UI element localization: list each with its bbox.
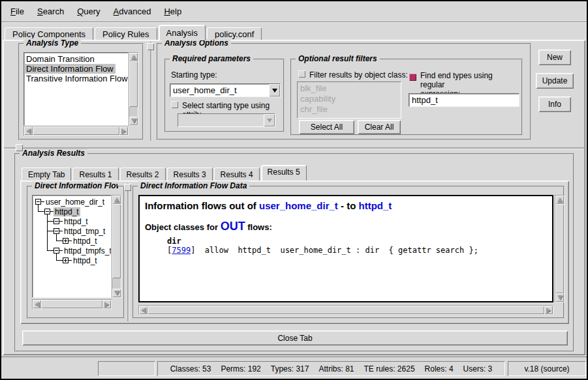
info-button[interactable]: Info bbox=[538, 96, 571, 112]
flow-tree-canvas[interactable]: user_home_dir_thttpd_thttpd_thttpd_tmp_t… bbox=[32, 195, 112, 298]
policy-stat: Types: 317 bbox=[271, 364, 309, 373]
close-tab-button[interactable]: Close Tab bbox=[22, 330, 568, 345]
apol-window: FileSearchQueryAdvancedHelp Policy Compo… bbox=[0, 0, 588, 380]
new-button[interactable]: New bbox=[538, 50, 571, 65]
attrib-combobox bbox=[178, 113, 275, 127]
minus-box-icon[interactable] bbox=[44, 209, 50, 214]
tree-vscrollbar[interactable] bbox=[112, 195, 121, 298]
select-all-button[interactable]: Select All bbox=[299, 120, 354, 134]
minus-box-icon[interactable] bbox=[54, 228, 59, 234]
scroll-down-icon[interactable] bbox=[555, 293, 564, 302]
pane-sash-horizontal[interactable] bbox=[4, 147, 584, 149]
main-tab[interactable]: Analysis bbox=[159, 25, 206, 40]
regex-checkbox[interactable] bbox=[409, 74, 416, 81]
scrollbar-thumb[interactable] bbox=[41, 300, 102, 308]
data-hscrollbar[interactable] bbox=[138, 305, 553, 315]
scroll-down-icon[interactable] bbox=[112, 289, 121, 297]
scrollbar-thumb[interactable] bbox=[555, 204, 564, 293]
menu-item[interactable]: Search bbox=[31, 3, 70, 20]
filter-checkbox-row[interactable]: Filter results by object class: bbox=[298, 70, 408, 80]
tree-node[interactable]: httpd_tmp_t bbox=[63, 227, 106, 236]
menu-item[interactable]: File bbox=[4, 3, 31, 20]
analysis-type-option[interactable]: Transitive Information Flow bbox=[24, 74, 129, 83]
source-type: user_home_dir_t bbox=[259, 200, 338, 211]
policy-stat: Classes: 53 bbox=[170, 364, 211, 373]
menu-item[interactable]: Help bbox=[157, 3, 188, 20]
results-tab[interactable]: Results 5 bbox=[261, 165, 307, 181]
scrollbar-thumb[interactable] bbox=[147, 306, 544, 314]
starting-type-value[interactable]: user_home_dir_t bbox=[170, 83, 281, 97]
tree-node[interactable]: user_home_dir_t bbox=[44, 197, 106, 207]
starting-type-label: Starting type: bbox=[171, 70, 217, 80]
required-parameters-legend: Required parameters bbox=[170, 54, 253, 63]
scroll-right-icon[interactable] bbox=[102, 300, 111, 308]
tree-node[interactable]: httpd_t bbox=[72, 256, 99, 265]
flow-title: Information flows out of user_home_dir_t… bbox=[145, 200, 547, 211]
data-vscrollbar[interactable] bbox=[555, 195, 565, 302]
regex-input[interactable]: httpd_t bbox=[409, 93, 519, 107]
scroll-left-icon[interactable] bbox=[33, 300, 41, 308]
object-class-option: chr_file bbox=[300, 104, 398, 115]
tree-node[interactable]: httpd_tmpfs_t bbox=[63, 246, 112, 256]
object-class-option: blk_file bbox=[300, 83, 398, 94]
tree-node[interactable]: httpd_t bbox=[72, 237, 99, 246]
tree-node[interactable]: httpd_t bbox=[54, 207, 80, 216]
analysis-type-option[interactable]: Direct Information Flow bbox=[24, 64, 116, 74]
attrib-checkbox[interactable] bbox=[171, 101, 178, 108]
analysis-type-vscrollbar[interactable] bbox=[129, 52, 138, 126]
attrib-combobox-value bbox=[178, 113, 275, 127]
pane-sash-vertical[interactable] bbox=[150, 42, 151, 141]
flow-data-legend: Direct Information Flow Data bbox=[138, 181, 249, 190]
chevron-down-icon[interactable] bbox=[269, 84, 280, 96]
results-tab-bar: Empty TabResults 1Results 2Results 3Resu… bbox=[22, 165, 308, 181]
optional-filters-legend: Optional result filters bbox=[296, 54, 380, 63]
analysis-type-hscrollbar[interactable] bbox=[23, 126, 129, 136]
scrollbar-thumb[interactable] bbox=[129, 61, 138, 107]
rule-number-link[interactable]: 7599 bbox=[172, 246, 191, 255]
minus-box-icon[interactable] bbox=[35, 199, 41, 205]
menu-item[interactable]: Query bbox=[70, 3, 106, 20]
results-tab[interactable]: Results 3 bbox=[167, 168, 213, 181]
object-class-listbox: blk_filecapabilitychr_file bbox=[297, 81, 401, 119]
analysis-type-option[interactable]: Domain Transition bbox=[24, 54, 97, 64]
minus-box-icon[interactable] bbox=[54, 248, 59, 254]
optional-filters-group: Optional result filters Filter results b… bbox=[290, 59, 523, 136]
object-class-option: capability bbox=[300, 94, 398, 104]
results-tab[interactable]: Results 2 bbox=[120, 168, 166, 181]
tree-hscrollbar[interactable] bbox=[32, 299, 112, 309]
scroll-left-icon[interactable] bbox=[139, 306, 147, 314]
plus-box-icon[interactable] bbox=[63, 238, 69, 244]
results-tab[interactable]: Empty Tab bbox=[22, 168, 71, 181]
tree-node[interactable]: httpd_t bbox=[63, 217, 89, 226]
scroll-down-icon[interactable] bbox=[129, 117, 138, 125]
analysis-results-legend: Analysis Results bbox=[20, 149, 87, 158]
results-sash-handle[interactable] bbox=[124, 184, 131, 191]
clear-all-button[interactable]: Clear All bbox=[358, 120, 401, 134]
filter-by-class-checkbox[interactable] bbox=[298, 70, 305, 78]
analysis-type-listbox[interactable]: Domain TransitionDirect Information Flow… bbox=[23, 52, 129, 126]
analysis-options-group: Analysis Options Required parameters Sta… bbox=[157, 43, 531, 140]
main-tab[interactable]: Policy Rules bbox=[95, 27, 157, 40]
filter-by-class-label: Filter results by object class: bbox=[309, 70, 408, 80]
scroll-up-icon[interactable] bbox=[112, 196, 121, 204]
starting-type-combobox[interactable]: user_home_dir_t bbox=[170, 83, 281, 97]
scroll-right-icon[interactable] bbox=[119, 126, 128, 135]
scrollbar-thumb[interactable] bbox=[33, 126, 119, 135]
policy-stat: Users: 3 bbox=[463, 364, 493, 373]
scroll-up-icon[interactable] bbox=[129, 53, 138, 61]
scrollbar-thumb[interactable] bbox=[112, 204, 121, 278]
results-tab[interactable]: Results 4 bbox=[214, 168, 260, 181]
scroll-left-icon[interactable] bbox=[24, 126, 33, 135]
results-sash-vertical[interactable] bbox=[127, 183, 129, 321]
pane-sash-handle[interactable] bbox=[16, 144, 23, 151]
flow-data-text: Information flows out of user_home_dir_t… bbox=[138, 195, 553, 302]
chevron-down-icon bbox=[264, 114, 275, 126]
pane-sash-handle[interactable] bbox=[147, 43, 154, 50]
results-tab[interactable]: Results 1 bbox=[72, 168, 118, 181]
minus-box-icon[interactable] bbox=[54, 218, 59, 224]
menu-item[interactable]: Advanced bbox=[107, 3, 158, 20]
update-button[interactable]: Update bbox=[536, 73, 574, 89]
scroll-up-icon[interactable] bbox=[555, 196, 564, 204]
plus-box-icon[interactable] bbox=[63, 257, 69, 263]
scroll-right-icon[interactable] bbox=[544, 306, 553, 314]
